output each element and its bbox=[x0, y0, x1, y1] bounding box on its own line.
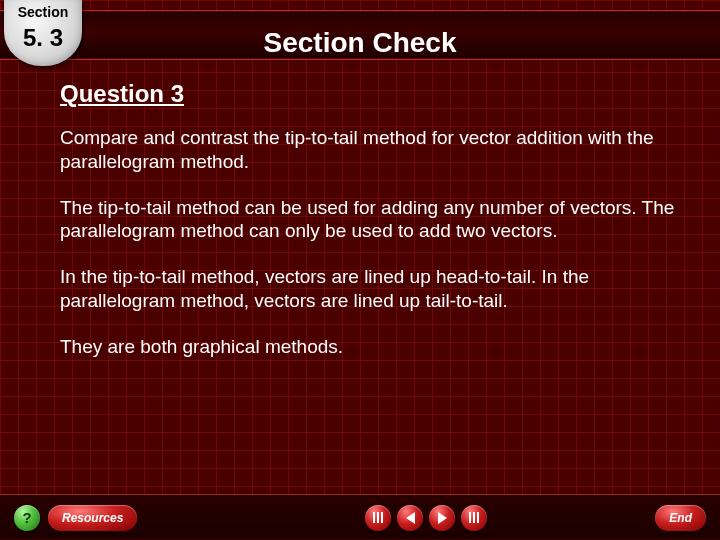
nav-right-group: End bbox=[655, 505, 706, 531]
answer-paragraph-1: The tip-to-tail method can be used for a… bbox=[60, 196, 680, 244]
last-icon bbox=[469, 512, 479, 523]
help-icon: ? bbox=[22, 509, 31, 526]
answer-paragraph-2: In the tip-to-tail method, vectors are l… bbox=[60, 265, 680, 313]
section-badge: Section 5. 3 bbox=[4, 0, 82, 66]
content-area: Question 3 Compare and contrast the tip-… bbox=[60, 80, 680, 380]
slide: Section Check Section 5. 3 Question 3 Co… bbox=[0, 0, 720, 540]
header-bar: Section Check bbox=[0, 10, 720, 60]
section-number: 5. 3 bbox=[4, 24, 82, 52]
nav-left-group: ? Resources bbox=[14, 505, 137, 531]
first-button[interactable] bbox=[365, 505, 391, 531]
prev-button[interactable] bbox=[397, 505, 423, 531]
next-button[interactable] bbox=[429, 505, 455, 531]
help-button[interactable]: ? bbox=[14, 505, 40, 531]
answer-paragraph-3: They are both graphical methods. bbox=[60, 335, 680, 359]
resources-button[interactable]: Resources bbox=[48, 505, 137, 531]
question-title: Question 3 bbox=[60, 80, 680, 108]
last-button[interactable] bbox=[461, 505, 487, 531]
resources-label: Resources bbox=[62, 511, 123, 525]
end-label: End bbox=[669, 511, 692, 525]
arrow-right-icon bbox=[438, 512, 447, 524]
end-button[interactable]: End bbox=[655, 505, 706, 531]
arrow-left-icon bbox=[406, 512, 415, 524]
question-prompt: Compare and contrast the tip-to-tail met… bbox=[60, 126, 680, 174]
section-label: Section bbox=[4, 0, 82, 20]
header-title: Section Check bbox=[0, 27, 720, 59]
bottom-nav-bar: ? Resources End bbox=[0, 494, 720, 540]
first-icon bbox=[373, 512, 383, 523]
nav-center-group bbox=[197, 505, 655, 531]
